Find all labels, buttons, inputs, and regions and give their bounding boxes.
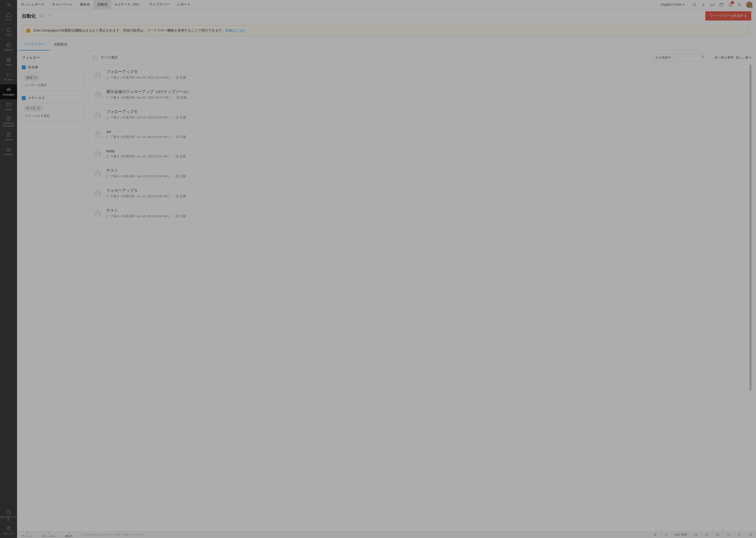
workflow-title: フォローアップ５ bbox=[106, 188, 378, 193]
svg-rect-30 bbox=[95, 153, 97, 154]
notice-link[interactable]: 詳細はこちら bbox=[225, 28, 246, 32]
svg-rect-26 bbox=[95, 134, 97, 135]
svg-point-5 bbox=[8, 149, 9, 150]
sidebar-item-label: Marketing Automation bbox=[0, 122, 17, 128]
svg-point-32 bbox=[95, 155, 97, 157]
sidebar-item-ホーム[interactable]: ホーム bbox=[0, 10, 17, 25]
workflow-item[interactable]: 展示会後のフォローアップ（3ステップメール） 下書き | 作成日時: Sep 0… bbox=[88, 84, 378, 105]
svg-point-29 bbox=[99, 136, 101, 137]
svg-point-0 bbox=[7, 28, 10, 31]
svg-point-40 bbox=[95, 195, 97, 196]
notice-text: Zoho Campaignsの自動配信機能はまもなく廃止されます。同様の処理は、… bbox=[33, 28, 225, 32]
workflow-meta: 下書き | 作成日時: Jun 19, 2023 03:32 PM | ： : … bbox=[106, 116, 378, 120]
page-title: 自動化 bbox=[22, 13, 36, 19]
status-box-icon bbox=[106, 195, 109, 197]
svg-rect-42 bbox=[95, 213, 97, 214]
hamburger-menu[interactable] bbox=[0, 0, 17, 10]
sub-tab[interactable]: 自動配信 bbox=[49, 39, 72, 50]
sidebar-item-salesiq[interactable]: SalesIQ bbox=[0, 39, 17, 54]
workflow-meta: 下書き | 作成日時: Jun 12, 2023 05:40 PM | ： : … bbox=[106, 194, 378, 198]
assignee-chip-label: 自分 bbox=[26, 76, 32, 80]
app-sidebar: ホームCRMSalesIQDeskProjectsCampaignsSocial… bbox=[0, 0, 17, 269]
sidebar-item-marketing-automation[interactable]: Marketing Automation bbox=[0, 114, 17, 129]
svg-rect-15 bbox=[99, 74, 101, 76]
nav-tab[interactable]: ライブラリー bbox=[145, 0, 173, 9]
page-header: 自動化 ワークフローを作成する bbox=[17, 10, 378, 23]
assignee-checkbox[interactable] bbox=[22, 65, 26, 69]
workflow-item[interactable]: xw 下書き | 作成日時: Jun 19, 2023 03:05 PM | ：… bbox=[88, 125, 378, 144]
sidebar-item-crm[interactable]: CRM bbox=[0, 25, 17, 39]
nav-tab[interactable]: ダッシュボード bbox=[17, 0, 48, 9]
chevron-down-icon[interactable] bbox=[48, 14, 52, 19]
sidebar-item-campaigns[interactable]: Campaigns bbox=[0, 84, 17, 99]
nav-tab[interactable]: レポート bbox=[173, 0, 194, 9]
workflow-icon bbox=[93, 209, 103, 218]
nav-tab[interactable]: 連絡先 bbox=[76, 0, 94, 9]
workflow-title: フォローアップ６ bbox=[106, 109, 378, 114]
folder-icon[interactable] bbox=[40, 13, 44, 19]
svg-point-41 bbox=[99, 195, 101, 196]
workflow-item[interactable]: フォローアップ９ 下書き | 作成日時: Mar 04, 2024 10:14 … bbox=[88, 65, 378, 84]
svg-rect-22 bbox=[95, 114, 97, 115]
sidebar-item-label: Survey bbox=[4, 138, 13, 141]
assignee-input[interactable] bbox=[24, 82, 81, 88]
svg-point-8 bbox=[9, 164, 9, 164]
workflow-title: テスト bbox=[106, 208, 378, 213]
status-label: ステータス bbox=[28, 96, 45, 100]
svg-rect-23 bbox=[99, 114, 101, 115]
status-box-icon bbox=[106, 77, 109, 79]
workflow-item[interactable]: testu 下書き | 作成日時: Jun 19, 2023 10:31 AM … bbox=[88, 144, 378, 163]
workflow-meta: 下書き | 作成日時: Jun 19, 2023 10:31 AM | ： : … bbox=[106, 154, 378, 158]
status-input[interactable] bbox=[24, 113, 81, 119]
select-all-checkbox[interactable] bbox=[93, 56, 97, 60]
sidebar-item-social[interactable]: Social bbox=[0, 99, 17, 114]
svg-point-37 bbox=[99, 175, 101, 177]
svg-point-24 bbox=[95, 116, 97, 118]
sidebar-item-label: Projects bbox=[4, 79, 13, 81]
status-chip-label: すべて bbox=[26, 106, 36, 110]
status-box-icon bbox=[106, 96, 109, 99]
svg-rect-19 bbox=[99, 94, 101, 95]
svg-rect-31 bbox=[99, 153, 101, 154]
close-icon[interactable]: ✕ bbox=[34, 76, 37, 80]
nav-tab[interactable]: 自動化 bbox=[94, 0, 111, 9]
workflow-icon bbox=[93, 110, 103, 119]
workflow-title: xw bbox=[106, 129, 378, 134]
sidebar-item-webinar[interactable]: Webinar bbox=[0, 144, 17, 159]
workflow-list: フォローアップ９ 下書き | 作成日時: Mar 04, 2024 10:14 … bbox=[88, 65, 378, 269]
list-header: すべて選択 並べ替え基準 : 新しい順 ▾ bbox=[88, 51, 378, 65]
sidebar-more[interactable] bbox=[0, 159, 17, 170]
status-chip: すべて ✕ bbox=[24, 105, 42, 111]
nav-tab[interactable]: eコマース（EC） bbox=[111, 0, 145, 9]
nav-tab[interactable]: キャンペーン bbox=[48, 0, 76, 9]
workflow-icon bbox=[93, 90, 103, 99]
svg-point-28 bbox=[95, 136, 97, 137]
workflow-item[interactable]: テスト 下書き | 作成日時: Jun 06, 2023 06:07 AM | … bbox=[88, 203, 378, 223]
select-all-label: すべて選択 bbox=[101, 55, 118, 60]
workflow-meta: 下書き | 作成日時: Mar 04, 2024 10:14 AM | ： : … bbox=[106, 76, 378, 80]
status-checkbox[interactable] bbox=[22, 96, 26, 100]
sidebar-item-projects[interactable]: Projects bbox=[0, 69, 17, 84]
workflow-meta: 下書き | 作成日時: Jun 19, 2023 03:05 PM | ： : … bbox=[106, 135, 378, 139]
close-icon[interactable]: ✕ bbox=[37, 107, 40, 110]
svg-point-6 bbox=[8, 164, 8, 164]
svg-point-36 bbox=[95, 175, 97, 177]
sub-tab[interactable]: ワークフロー bbox=[19, 39, 49, 50]
svg-point-7 bbox=[8, 164, 9, 164]
svg-rect-4 bbox=[7, 148, 10, 151]
sub-tabs: ワークフロー自動配信 bbox=[17, 39, 378, 51]
sidebar-item-survey[interactable]: Survey bbox=[0, 129, 17, 144]
workflow-icon bbox=[93, 188, 103, 198]
sidebar-item-desk[interactable]: Desk bbox=[0, 54, 17, 69]
sidebar-item-label: CRM bbox=[5, 34, 12, 36]
assignee-filter-box: 自分 ✕ bbox=[22, 72, 83, 90]
workflow-icon bbox=[93, 70, 103, 79]
workflow-item[interactable]: テスト 下書き | 作成日時: Jun 19, 2023 10:09 AM | … bbox=[88, 163, 378, 183]
status-box-icon bbox=[106, 155, 109, 158]
svg-rect-39 bbox=[99, 192, 101, 194]
workflow-item[interactable]: フォローアップ５ 下書き | 作成日時: Jun 12, 2023 05:40 … bbox=[88, 183, 378, 203]
assignee-chip: 自分 ✕ bbox=[24, 75, 39, 81]
filter-title: フィルター bbox=[22, 55, 83, 60]
workflow-item[interactable]: フォローアップ６ 下書き | 作成日時: Jun 19, 2023 03:32 … bbox=[88, 105, 378, 125]
svg-point-25 bbox=[99, 116, 101, 118]
